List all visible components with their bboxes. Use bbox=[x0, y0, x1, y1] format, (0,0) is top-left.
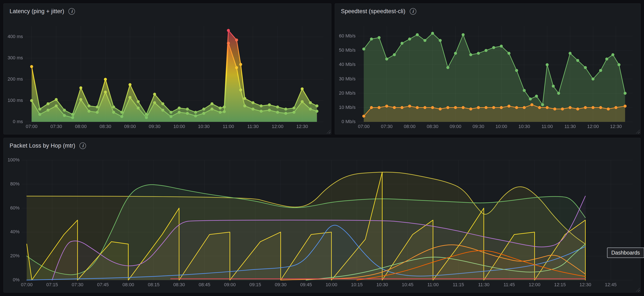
panel-speedtest: Speedtest (speedtest-cli) i bbox=[335, 4, 640, 134]
panel-packet-loss: Packet Loss by Hop (mtr) i bbox=[4, 138, 640, 292]
panel-header-speedtest[interactable]: Speedtest (speedtest-cli) i bbox=[335, 4, 640, 19]
panel-title-speedtest: Speedtest (speedtest-cli) bbox=[341, 8, 406, 15]
panel-title-latency: Latency (ping + jitter) bbox=[10, 8, 64, 15]
info-icon[interactable]: i bbox=[80, 142, 86, 149]
packet-loss-chart-area bbox=[6, 152, 637, 290]
packet-loss-chart[interactable] bbox=[6, 152, 637, 290]
info-icon[interactable]: i bbox=[68, 8, 75, 15]
dashboards-tooltip[interactable]: Dashboards bbox=[607, 247, 644, 258]
latency-chart-area bbox=[6, 18, 328, 132]
panel-title-packet-loss: Packet Loss by Hop (mtr) bbox=[10, 142, 75, 149]
panel-header-latency[interactable]: Latency (ping + jitter) i bbox=[4, 4, 331, 19]
speedtest-chart-area bbox=[337, 18, 637, 132]
latency-chart[interactable] bbox=[6, 18, 328, 132]
panel-latency: Latency (ping + jitter) i bbox=[4, 4, 331, 134]
speedtest-chart[interactable] bbox=[337, 18, 637, 132]
info-icon[interactable]: i bbox=[410, 8, 416, 15]
panel-header-packet-loss[interactable]: Packet Loss by Hop (mtr) i bbox=[4, 138, 640, 153]
